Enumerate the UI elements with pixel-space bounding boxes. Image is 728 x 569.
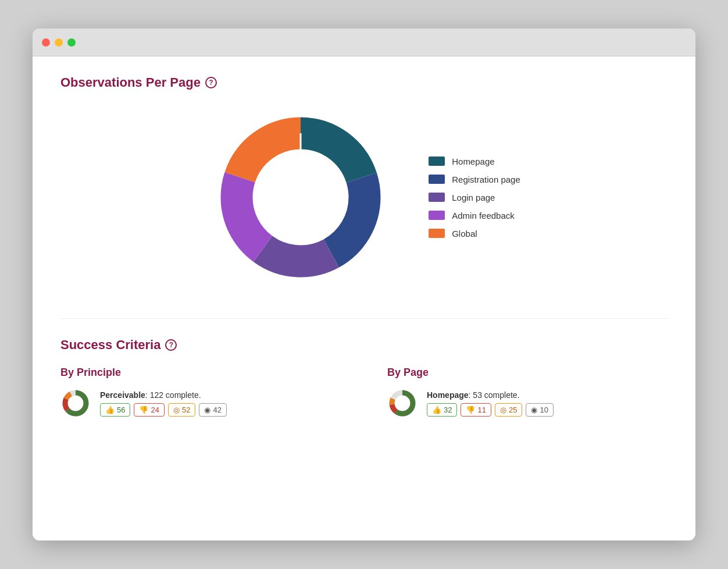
by-page-title: By Page: [387, 367, 668, 379]
badge-hp-pass-value: 32: [444, 406, 452, 414]
thumbs-up-icon-2: 👍: [432, 406, 441, 414]
circle-dot-icon-2: ◎: [500, 406, 506, 414]
badge-perceivable-fail: 👎 24: [134, 403, 164, 417]
thumbs-down-icon-2: 👎: [466, 406, 475, 414]
donut-hole: [254, 151, 347, 244]
legend-label-registration: Registration page: [452, 175, 520, 184]
close-button[interactable]: [42, 38, 50, 47]
legend-item-admin-feedback: Admin feedback: [429, 211, 520, 221]
criteria-row-perceivable: Perceivable: 122 complete. 👍 56 👎 24: [60, 388, 341, 418]
legend-color-global: [429, 229, 445, 238]
criteria-row-homepage: Homepage: 53 complete. 👍 32 👎 11: [387, 388, 668, 418]
badge-hp-warning-value: 25: [509, 406, 517, 414]
badge-homepage-na: ◉ 10: [526, 403, 553, 417]
perceivable-complete: : 122 complete.: [145, 390, 201, 400]
observations-help-icon[interactable]: ?: [205, 77, 217, 88]
badge-homepage-pass: 👍 32: [427, 403, 457, 417]
homepage-mini-donut: [387, 388, 417, 418]
by-principle-column: By Principle: [60, 367, 341, 418]
perceivable-complete-text: 122 complete.: [150, 390, 201, 400]
badge-perceivable-warning: ◎ 52: [168, 403, 195, 417]
legend-item-login: Login page: [429, 193, 520, 202]
badge-hp-na-value: 10: [540, 406, 548, 414]
eye-icon: ◉: [204, 406, 210, 414]
perceivable-label: Perceivable: 122 complete.: [100, 390, 227, 400]
browser-window: Observations Per Page ?: [33, 29, 695, 540]
minimize-button[interactable]: [55, 38, 63, 47]
titlebar: [33, 29, 695, 56]
by-sections: By Principle: [60, 367, 668, 418]
by-page-column: By Page Homepage: 53 complete.: [387, 367, 668, 418]
eye-icon-2: ◉: [531, 406, 537, 414]
success-criteria-help-icon[interactable]: ?: [165, 339, 177, 351]
homepage-label: Homepage: 53 complete.: [427, 390, 554, 400]
badge-perceivable-pass: 👍 56: [100, 403, 130, 417]
svg-point-5: [69, 396, 83, 410]
badge-warning-value: 52: [182, 406, 190, 414]
success-criteria-section: Success Criteria ? By Principle: [60, 337, 668, 418]
homepage-name: Homepage: [427, 390, 469, 400]
page-content: Observations Per Page ?: [33, 56, 695, 540]
badge-homepage-warning: ◎ 25: [495, 403, 522, 417]
thumbs-down-icon: 👎: [139, 406, 148, 414]
legend-color-login: [429, 193, 445, 202]
donut-chart: [208, 104, 394, 290]
legend-color-admin-feedback: [429, 211, 445, 220]
chart-section: Homepage Registration page Login page Ad…: [60, 104, 668, 290]
legend-item-registration: Registration page: [429, 175, 520, 184]
legend-label-homepage: Homepage: [452, 157, 494, 166]
homepage-badges: 👍 32 👎 11 ◎ 25: [427, 403, 554, 417]
legend-color-registration: [429, 175, 445, 184]
perceivable-mini-donut: [60, 388, 91, 418]
chart-legend: Homepage Registration page Login page Ad…: [429, 157, 520, 239]
by-principle-title: By Principle: [60, 367, 341, 379]
legend-label-login: Login page: [452, 193, 495, 202]
badge-perceivable-na: ◉ 42: [199, 403, 226, 417]
success-criteria-title-text: Success Criteria: [60, 337, 160, 353]
circle-dot-icon: ◎: [173, 406, 180, 414]
donut-svg: [208, 104, 394, 290]
legend-color-homepage: [429, 157, 445, 166]
badge-na-value: 42: [213, 406, 221, 414]
badge-hp-fail-value: 11: [477, 406, 486, 414]
observations-title-text: Observations Per Page: [60, 75, 201, 90]
maximize-button[interactable]: [67, 38, 76, 47]
badge-pass-value: 56: [117, 406, 125, 414]
perceivable-badges: 👍 56 👎 24 ◎ 52: [100, 403, 227, 417]
perceivable-info: Perceivable: 122 complete. 👍 56 👎 24: [100, 390, 227, 417]
badge-fail-value: 24: [151, 406, 159, 414]
homepage-complete: : 53 complete.: [469, 390, 520, 400]
homepage-info: Homepage: 53 complete. 👍 32 👎 11: [427, 390, 554, 417]
perceivable-name: Perceivable: [100, 390, 145, 400]
legend-label-global: Global: [452, 229, 477, 239]
observations-section-title: Observations Per Page ?: [60, 75, 668, 90]
legend-item-global: Global: [429, 229, 520, 239]
legend-label-admin-feedback: Admin feedback: [452, 211, 515, 221]
svg-point-10: [395, 396, 409, 410]
thumbs-up-icon: 👍: [105, 406, 115, 414]
section-divider: [60, 318, 668, 319]
badge-homepage-fail: 👎 11: [461, 403, 491, 417]
success-criteria-title: Success Criteria ?: [60, 337, 668, 353]
legend-item-homepage: Homepage: [429, 157, 520, 166]
homepage-complete-text: 53 complete.: [473, 390, 519, 400]
